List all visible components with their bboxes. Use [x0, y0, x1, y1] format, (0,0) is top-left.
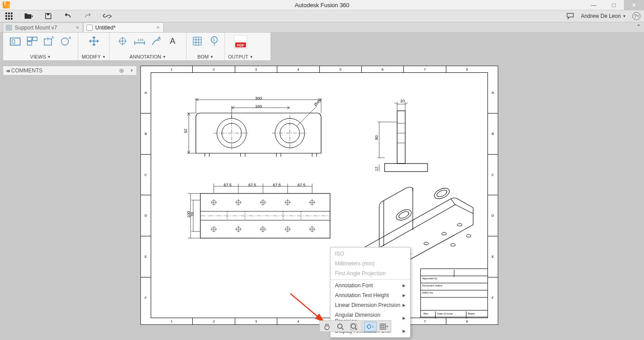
balloon-icon[interactable]: 1: [208, 35, 220, 47]
quick-access-toolbar: ▾ ▾ Andrew De Leon▼ ?▾: [0, 10, 644, 22]
svg-rect-14: [27, 42, 32, 45]
comment-icon[interactable]: [566, 12, 575, 21]
redo-button[interactable]: [83, 12, 92, 21]
data-panel-button[interactable]: [4, 12, 13, 21]
svg-rect-30: [397, 111, 405, 164]
user-name: Andrew De Leon: [581, 13, 621, 19]
center-mark-icon[interactable]: [116, 35, 129, 47]
svg-point-49: [442, 232, 446, 235]
undo-button[interactable]: [64, 12, 72, 21]
tab-untitled[interactable]: Untitled* ×: [83, 22, 164, 32]
tab-label: Untitled*: [95, 25, 115, 31]
dim-675d: 67.5: [295, 183, 308, 187]
maximize-button[interactable]: □: [604, 0, 624, 10]
ribbon-label-modify[interactable]: MODIFY▼: [82, 54, 106, 59]
svg-rect-13: [33, 37, 37, 41]
svg-text:A: A: [68, 36, 71, 40]
help-button[interactable]: ?▾: [632, 12, 640, 20]
svg-point-52: [451, 243, 455, 246]
svg-point-55: [351, 324, 356, 328]
comments-panel[interactable]: ◂◂ COMMENTS ⊕ ▼: [3, 66, 137, 76]
tab-close-icon[interactable]: ×: [155, 24, 161, 31]
menu-item-annotation-height[interactable]: Annotation Text Height▶: [330, 290, 410, 300]
ribbon-group-modify: MODIFY▼: [78, 33, 110, 60]
svg-point-44: [436, 189, 448, 198]
user-menu[interactable]: Andrew De Leon▼: [581, 13, 626, 19]
text-icon[interactable]: A: [167, 35, 180, 47]
zoom-button[interactable]: [334, 322, 347, 332]
file-menu-button[interactable]: ▾: [24, 12, 33, 21]
svg-rect-6: [5, 18, 7, 20]
dim-20: 20: [398, 99, 407, 103]
base-view-icon[interactable]: [9, 35, 21, 47]
pan-button[interactable]: [321, 322, 333, 332]
title-block: Approved by Document status DWG No. Rev …: [420, 269, 487, 318]
expand-ribbon-button[interactable]: ⌃: [636, 23, 641, 30]
svg-point-45: [394, 207, 413, 222]
add-comment-icon[interactable]: ⊕: [119, 67, 124, 74]
zoom-window-button[interactable]: [347, 322, 360, 332]
dim-300: 300: [252, 96, 265, 101]
svg-rect-3: [5, 15, 7, 17]
menu-item-linear-precision[interactable]: Linear Dimension Precision▶: [330, 300, 410, 310]
ruler-left: ABCDEF: [141, 72, 151, 318]
menu-item-standard: ISO: [330, 249, 410, 259]
top-view: [182, 180, 343, 252]
svg-rect-2: [11, 13, 13, 14]
leader-text-icon[interactable]: A: [150, 35, 163, 47]
detail-view-icon[interactable]: A: [60, 35, 72, 47]
svg-rect-23: [193, 37, 201, 45]
ribbon-group-views: A A VIEWS▼: [3, 33, 78, 60]
collapse-icon[interactable]: ◂◂: [6, 67, 8, 74]
ribbon-label-views[interactable]: VIEWS▼: [30, 54, 51, 59]
app-icon: [3, 1, 10, 8]
tab-close-icon[interactable]: ×: [75, 24, 80, 31]
document-tabs: Support Mount v7 × Untitled* × ⌃: [0, 22, 644, 33]
svg-point-50: [458, 223, 462, 226]
svg-rect-5: [11, 15, 13, 17]
svg-rect-10: [10, 38, 20, 45]
menu-item-units: Millimeters (mm): [330, 259, 410, 269]
dimension-icon[interactable]: 123: [133, 35, 146, 47]
doc-status-label: Document status: [421, 283, 487, 290]
ribbon-group-annotation: 123 A A ANNOTATION▼: [110, 33, 186, 60]
svg-rect-1: [8, 13, 10, 14]
projected-view-icon[interactable]: [26, 35, 38, 47]
pdf-export-icon[interactable]: PDF: [234, 35, 247, 49]
tab-support-mount[interactable]: Support Mount v7 ×: [3, 22, 83, 32]
svg-point-17: [61, 38, 68, 45]
dim-675a: 67.5: [221, 183, 234, 187]
tab-label: Support Mount v7: [15, 25, 57, 31]
sheet-settings-button[interactable]: [364, 322, 377, 332]
svg-point-54: [338, 324, 342, 328]
save-button[interactable]: [44, 12, 53, 21]
dim-80: 80: [374, 133, 379, 142]
move-icon[interactable]: [88, 35, 100, 47]
ribbon-label-bom[interactable]: BOM▼: [198, 54, 214, 59]
ribbon-label-output[interactable]: OUTPUT▼: [228, 54, 253, 59]
svg-point-51: [466, 235, 471, 237]
svg-rect-7: [8, 18, 10, 20]
app-title: Autodesk Fusion 360: [295, 2, 349, 8]
svg-point-43: [432, 186, 451, 201]
comments-label: COMMENTS: [11, 67, 42, 74]
drawing-canvas[interactable]: 12345678 12345678 ABCDEF ABCDEF: [140, 66, 641, 333]
menu-item-projection: First Angle Projection: [330, 269, 410, 278]
ribbon-group-bom: 1 BOM▼: [186, 33, 225, 60]
dim-675c: 67.5: [270, 183, 284, 187]
close-button[interactable]: ✕: [624, 0, 644, 10]
menu-item-annotation-font[interactable]: Annotation Font▶: [330, 281, 410, 290]
approved-by-label: Approved by: [421, 276, 487, 283]
dropdown-icon[interactable]: ▼: [130, 68, 134, 73]
sheet-label: Sheet: [466, 311, 486, 319]
ribbon-label-annotation[interactable]: ANNOTATION▼: [130, 54, 166, 59]
table-icon[interactable]: [191, 35, 203, 47]
minimize-button[interactable]: —: [584, 0, 604, 10]
dim-92: 92: [183, 126, 188, 135]
svg-text:1: 1: [213, 38, 215, 42]
svg-rect-0: [5, 13, 7, 14]
link-button[interactable]: ▾: [103, 12, 112, 21]
section-view-icon[interactable]: A: [43, 35, 55, 47]
grid-settings-button[interactable]: ▾: [377, 322, 390, 332]
drawing-sheet: 12345678 12345678 ABCDEF ABCDEF: [140, 66, 498, 325]
